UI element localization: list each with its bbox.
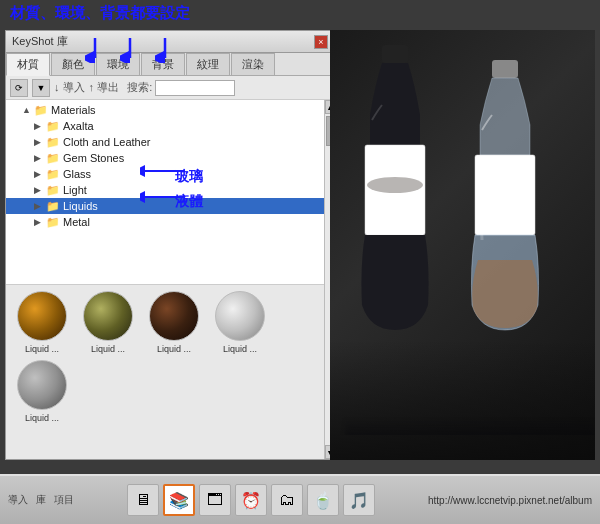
menu-button[interactable]: ▼: [32, 79, 50, 97]
taskbar-icon-tea[interactable]: 🍵: [307, 484, 339, 516]
taskbar-icon-library[interactable]: 📚: [163, 484, 195, 516]
tree-item-gem-stones[interactable]: ▶ 📁 Gem Stones: [6, 150, 324, 166]
tree-item-metal[interactable]: ▶ 📁 Metal: [6, 214, 324, 230]
tree-item-liquids[interactable]: ▶ 📁 Liquids: [6, 198, 324, 214]
thumb-item-liquid4[interactable]: Liquid ...: [210, 291, 270, 354]
panel-title: KeyShot 庫: [12, 34, 68, 49]
tree-label: Liquids: [63, 200, 98, 212]
tab-material[interactable]: 材質: [6, 53, 50, 76]
thumb-item-liquid2[interactable]: Liquid ...: [78, 291, 138, 354]
search-input[interactable]: [155, 80, 235, 96]
taskbar-icon-music[interactable]: 🎵: [343, 484, 375, 516]
folder-icon: 📁: [46, 215, 60, 229]
panel-toolbar: ⟳ ▼ ↓ 導入 ↑ 導出 搜索:: [6, 76, 334, 100]
import-label: ↓ 導入: [54, 80, 85, 95]
tab-texture[interactable]: 紋理: [186, 53, 230, 75]
tree-item-cloth-leather[interactable]: ▶ 📁 Cloth and Leather: [6, 134, 324, 150]
thumb-label: Liquid ...: [13, 344, 71, 354]
thumb-image: [215, 291, 265, 341]
taskbar-left: 導入 庫 項目: [8, 493, 74, 507]
material-library-panel: KeyShot 庫 × 材質 顏色 環境 背景 紋理 渲染 ⟳ ▼ ↓ 導入 ↑…: [5, 30, 335, 460]
search-area: 搜索:: [127, 80, 235, 96]
thumb-item-liquid1[interactable]: Liquid ...: [12, 291, 72, 354]
panel-close-button[interactable]: ×: [314, 35, 328, 49]
tree-item-materials[interactable]: ▲ 📁 Materials: [6, 102, 324, 118]
tree-item-glass[interactable]: ▶ 📁 Glass: [6, 166, 324, 182]
tree-arrow: ▶: [34, 169, 46, 179]
thumb-grid: Liquid ... Liquid ... Liquid ...: [12, 291, 318, 423]
folder-icon: 📁: [46, 183, 60, 197]
panel-tabs: 材質 顏色 環境 背景 紋理 渲染: [6, 53, 334, 76]
bottle-right: [460, 60, 550, 338]
thumb-image: [17, 291, 67, 341]
folder-icon: 📁: [34, 103, 48, 117]
taskbar: 導入 庫 項目 🖥 📚 🗔 ⏰ 🗂 🍵 🎵 http://www.lccnetv…: [0, 474, 600, 524]
refresh-button[interactable]: ⟳: [10, 79, 28, 97]
tree-arrow: ▶: [34, 153, 46, 163]
thumb-label: Liquid ...: [13, 413, 71, 423]
thumbnails-area: Liquid ... Liquid ... Liquid ...: [6, 285, 324, 459]
taskbar-import-label: 導入: [8, 493, 28, 507]
tree-arrow: ▶: [34, 185, 46, 195]
taskbar-icon-folder[interactable]: 🗂: [271, 484, 303, 516]
export-label: ↑ 導出: [89, 80, 120, 95]
tree-arrow: ▲: [22, 105, 34, 115]
thumb-label: Liquid ...: [211, 344, 269, 354]
render-area: [330, 30, 595, 460]
top-annotation: 材質、環境、背景都要設定: [10, 4, 190, 23]
taskbar-icon-display[interactable]: 🗔: [199, 484, 231, 516]
tree-arrow: ▶: [34, 137, 46, 147]
svg-rect-3: [492, 60, 518, 78]
tree-arrow: ▶: [34, 121, 46, 131]
tree-item-axalta[interactable]: ▶ 📁 Axalta: [6, 118, 324, 134]
tree-label: Gem Stones: [63, 152, 124, 164]
taskbar-project-label: 項目: [54, 493, 74, 507]
tree-label: Glass: [63, 168, 91, 180]
tree-label: Metal: [63, 216, 90, 228]
tab-render[interactable]: 渲染: [231, 53, 275, 75]
svg-rect-4: [475, 155, 535, 235]
thumb-label: Liquid ...: [79, 344, 137, 354]
search-label: 搜索:: [127, 80, 152, 95]
thumb-label: Liquid ...: [145, 344, 203, 354]
material-tree: ▲ 📁 Materials ▶ 📁 Axalta ▶ 📁 Cloth and L…: [6, 100, 324, 285]
tree-item-light[interactable]: ▶ 📁 Light: [6, 182, 324, 198]
tab-background[interactable]: 背景: [141, 53, 185, 75]
thumb-image: [149, 291, 199, 341]
folder-icon: 📁: [46, 199, 60, 213]
taskbar-icon-screen[interactable]: 🖥: [127, 484, 159, 516]
thumb-image: [17, 360, 67, 410]
svg-point-2: [367, 177, 423, 193]
folder-icon: 📁: [46, 151, 60, 165]
thumb-item-liquid3[interactable]: Liquid ...: [144, 291, 204, 354]
tree-label: Axalta: [63, 120, 94, 132]
panel-titlebar: KeyShot 庫 ×: [6, 31, 334, 53]
folder-icon: 📁: [46, 167, 60, 181]
folder-icon: 📁: [46, 135, 60, 149]
bottle-left: [350, 45, 440, 338]
tree-label: Materials: [51, 104, 96, 116]
tab-color[interactable]: 顏色: [51, 53, 95, 75]
taskbar-url: http://www.lccnetvip.pixnet.net/album: [428, 495, 592, 506]
tree-arrow: ▶: [34, 217, 46, 227]
svg-rect-0: [382, 45, 408, 63]
tree-label: Cloth and Leather: [63, 136, 150, 148]
taskbar-icon-clock[interactable]: ⏰: [235, 484, 267, 516]
tab-environment[interactable]: 環境: [96, 53, 140, 75]
taskbar-library-label: 庫: [36, 493, 46, 507]
folder-icon: 📁: [46, 119, 60, 133]
taskbar-icons: 🖥 📚 🗔 ⏰ 🗂 🍵 🎵: [127, 484, 375, 516]
tree-arrow: ▶: [34, 201, 46, 211]
thumb-item-liquid5[interactable]: Liquid ...: [12, 360, 72, 423]
tree-label: Light: [63, 184, 87, 196]
thumb-image: [83, 291, 133, 341]
